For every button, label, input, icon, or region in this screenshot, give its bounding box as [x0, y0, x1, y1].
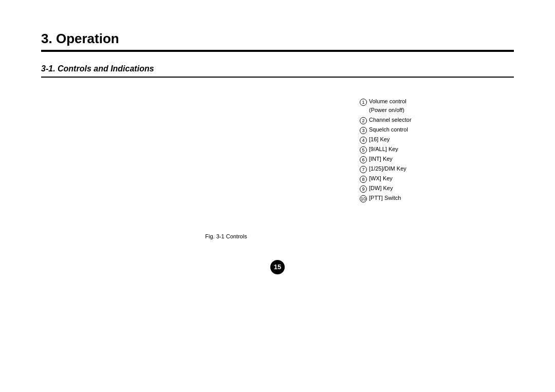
label-text: [9/ALL] Key: [369, 146, 398, 152]
label-item: 8[WX] Key: [360, 175, 462, 183]
number-circle: 6: [360, 156, 367, 163]
label-item: 6[INT] Key: [360, 156, 462, 163]
label-row: 5[9/ALL] Key: [360, 146, 462, 154]
subsection-title: 3-1. Controls and Indications: [41, 64, 514, 73]
label-item: 5[9/ALL] Key: [360, 146, 462, 154]
number-circle: 3: [360, 127, 367, 134]
label-row: 2Channel selector: [360, 117, 462, 124]
label-text: Channel selector: [369, 117, 412, 123]
number-circle: 8: [360, 176, 367, 183]
label-row: 4[16] Key: [360, 136, 462, 144]
label-item: 10[PTT] Switch: [360, 195, 462, 202]
label-text: [INT] Key: [369, 156, 393, 162]
label-row: 3Squelch control: [360, 126, 462, 134]
sub-label: (Power on/off): [360, 106, 462, 115]
number-circle: 1: [360, 99, 367, 106]
label-text: [WX] Key: [369, 175, 393, 181]
label-row: 8[WX] Key: [360, 175, 462, 183]
label-row: 1Volume control: [360, 98, 462, 106]
label-item: 3Squelch control: [360, 126, 462, 134]
number-circle: 9: [360, 185, 367, 193]
subsection-title-bar: [41, 77, 514, 78]
label-item: 7[1/25]/DIM Key: [360, 165, 462, 173]
page-number: 15: [270, 260, 285, 274]
label-item: 9[DW] Key: [360, 185, 462, 193]
number-circle: 4: [360, 137, 367, 144]
label-row: 6[INT] Key: [360, 156, 462, 163]
labels-list: 1Volume control(Power on/off)2Channel se…: [360, 98, 462, 202]
content-area: 1Volume control(Power on/off)2Channel se…: [41, 98, 514, 202]
label-text: Squelch control: [369, 126, 408, 133]
section-title: 3. Operation: [41, 31, 514, 47]
section-title-bar: [41, 50, 514, 52]
label-item: 1Volume control(Power on/off): [360, 98, 462, 115]
label-text: [16] Key: [369, 136, 390, 142]
page: 3. Operation 3-1. Controls and Indicatio…: [0, 0, 555, 392]
label-row: 10[PTT] Switch: [360, 195, 462, 202]
label-item: 4[16] Key: [360, 136, 462, 144]
label-text: [DW] Key: [369, 185, 393, 191]
label-text: Volume control: [369, 98, 406, 104]
label-row: 7[1/25]/DIM Key: [360, 165, 462, 173]
label-item: 2Channel selector: [360, 117, 462, 124]
number-circle: 5: [360, 146, 367, 154]
label-text: [PTT] Switch: [369, 195, 401, 201]
label-row: 9[DW] Key: [360, 185, 462, 193]
figure-caption: Fig. 3-1 Controls: [0, 233, 514, 239]
label-text: [1/25]/DIM Key: [369, 165, 406, 172]
number-circle: 2: [360, 117, 367, 124]
number-circle: 10: [360, 195, 367, 202]
number-circle: 7: [360, 166, 367, 173]
